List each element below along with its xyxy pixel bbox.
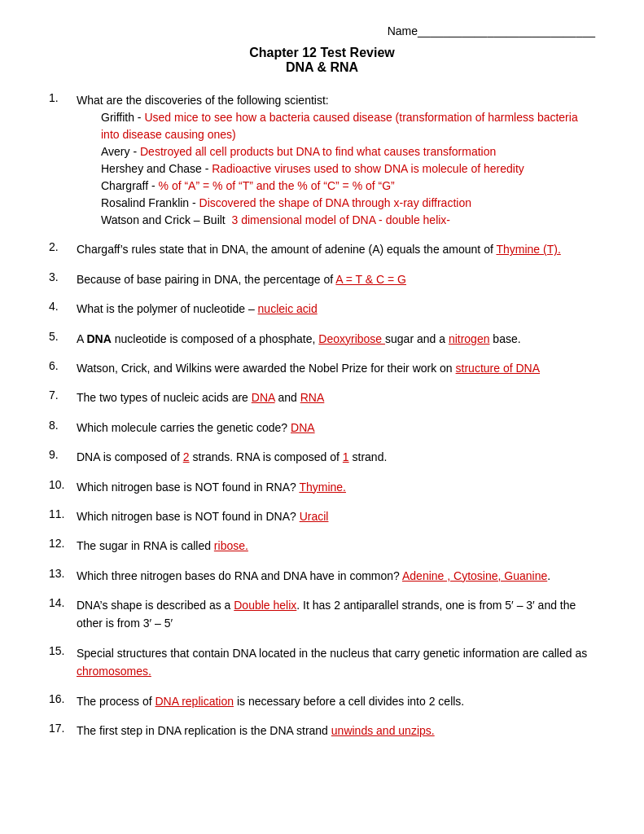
- q3-answer: A = T & C = G: [335, 273, 406, 286]
- q2-answer: Thymine (T).: [496, 243, 560, 256]
- q9-text-b: strands. RNA is composed of: [190, 450, 343, 463]
- q6-text: Watson, Crick, and Wilkins were awarded …: [77, 362, 456, 375]
- q1-hershey-answer: Radioactive viruses used to show DNA is …: [212, 162, 524, 175]
- q10-content: Which nitrogen base is NOT found in RNA?…: [77, 478, 595, 496]
- question-6: 6. Watson, Crick, and Wilkins were award…: [49, 359, 595, 377]
- q16-content: The process of DNA replication is necess…: [77, 692, 595, 710]
- question-17: 17. The first step in DNA replication is…: [49, 722, 595, 740]
- q13-num: 13.: [49, 567, 72, 580]
- q1-franklin: Rosalind Franklin - Discovered the shape…: [77, 195, 595, 212]
- q16-text-b: is necessary before a cell divides into …: [234, 695, 464, 708]
- question-7: 7. The two types of nucleic acids are DN…: [49, 388, 595, 406]
- q1-hershey: Hershey and Chase - Radioactive viruses …: [77, 160, 595, 178]
- name-label: Name: [388, 24, 418, 37]
- q7-answer1: DNA: [252, 391, 275, 404]
- q1-griffith-answer: Used mice to see how a bacteria caused d…: [101, 111, 578, 141]
- q15-text: Special structures that contain DNA loca…: [77, 647, 587, 660]
- q8-num: 8.: [49, 419, 72, 432]
- title-block: Chapter 12 Test Review DNA & RNA: [49, 46, 595, 75]
- q11-content: Which nitrogen base is NOT found in DNA?…: [77, 507, 595, 525]
- q2-num: 2.: [49, 240, 72, 253]
- q12-text: The sugar in RNA is called: [77, 539, 214, 552]
- q4-answer: nucleic acid: [258, 302, 318, 315]
- q1-chargraff: Chargraff - % of “A” = % of “T” and the …: [77, 178, 595, 195]
- q3-content: Because of base pairing in DNA, the perc…: [77, 270, 595, 288]
- q1-watson: Watson and Crick – Built 3 dimensional m…: [77, 212, 595, 229]
- q13-content: Which three nitrogen bases do RNA and DN…: [77, 567, 595, 585]
- q5-answer2: nitrogen: [449, 332, 490, 345]
- question-2: 2. Chargaff’s rules state that in DNA, t…: [49, 240, 595, 258]
- q13-answer: Adenine , Cytosine, Guanine: [402, 569, 547, 582]
- q6-num: 6.: [49, 359, 72, 372]
- q10-num: 10.: [49, 478, 72, 491]
- q12-answer: ribose.: [214, 539, 248, 552]
- question-10: 10. Which nitrogen base is NOT found in …: [49, 478, 595, 496]
- q11-text: Which nitrogen base is NOT found in DNA?: [77, 510, 300, 523]
- question-16: 16. The process of DNA replication is ne…: [49, 692, 595, 710]
- question-4: 4. What is the polymer of nucleotide – n…: [49, 300, 595, 318]
- q17-num: 17.: [49, 722, 72, 735]
- question-14: 14. DNA’s shape is described as a Double…: [49, 596, 595, 633]
- q14-content: DNA’s shape is described as a Double hel…: [77, 596, 595, 633]
- q10-text: Which nitrogen base is NOT found in RNA?: [77, 481, 299, 494]
- q1-avery-answer: Destroyed all cell products but DNA to f…: [140, 145, 496, 158]
- q16-text-a: The process of: [77, 695, 156, 708]
- q9-text-a: DNA is composed of: [77, 450, 183, 463]
- q1-text: What are the discoveries of the followin…: [77, 94, 329, 107]
- q7-and: and: [275, 391, 300, 404]
- q9-content: DNA is composed of 2 strands. RNA is com…: [77, 448, 595, 466]
- q13-text: Which three nitrogen bases do RNA and DN…: [77, 569, 402, 582]
- question-13: 13. Which three nitrogen bases do RNA an…: [49, 567, 595, 585]
- q17-text: The first step in DNA replication is the…: [77, 724, 331, 737]
- q1-num: 1.: [49, 91, 72, 104]
- question-3: 3. Because of base pairing in DNA, the p…: [49, 270, 595, 288]
- q14-answer1: Double helix: [234, 599, 296, 612]
- q5-text-c: base.: [489, 332, 520, 345]
- question-15: 15. Special structures that contain DNA …: [49, 644, 595, 681]
- q15-num: 15.: [49, 644, 72, 657]
- q11-answer: Uracil: [300, 510, 329, 523]
- chapter-title: Chapter 12 Test Review: [49, 46, 595, 60]
- subtitle: DNA & RNA: [49, 60, 595, 75]
- q2-text: Chargaff’s rules state that in DNA, the …: [77, 243, 496, 256]
- q17-content: The first step in DNA replication is the…: [77, 722, 595, 740]
- q9-answer1: 2: [183, 450, 190, 463]
- questions-container: 1. What are the discoveries of the follo…: [49, 91, 595, 740]
- q5-dna-bold: DNA: [86, 332, 111, 345]
- q9-answer2: 1: [343, 450, 349, 463]
- q7-num: 7.: [49, 388, 72, 402]
- question-11: 11. Which nitrogen base is NOT found in …: [49, 507, 595, 525]
- q14-text-a: DNA’s shape is described as a: [77, 599, 234, 612]
- q9-text-c: strand.: [349, 450, 388, 463]
- q1-avery: Avery - Destroyed all cell products but …: [77, 143, 595, 160]
- q10-answer: Thymine.: [299, 481, 346, 494]
- q13-period: .: [547, 569, 550, 582]
- q4-content: What is the polymer of nucleotide – nucl…: [77, 300, 595, 318]
- q14-num: 14.: [49, 596, 72, 609]
- q5-answer1: Deoxyribose: [318, 332, 385, 345]
- name-underline: ____________________________: [418, 24, 595, 37]
- q16-answer: DNA replication: [156, 695, 234, 708]
- question-1: 1. What are the discoveries of the follo…: [49, 91, 595, 229]
- q7-content: The two types of nucleic acids are DNA a…: [77, 388, 595, 406]
- q15-content: Special structures that contain DNA loca…: [77, 644, 595, 681]
- q5-text-b: sugar and a: [385, 332, 449, 345]
- q12-content: The sugar in RNA is called ribose.: [77, 537, 595, 555]
- q2-content: Chargaff’s rules state that in DNA, the …: [77, 240, 595, 258]
- q4-num: 4.: [49, 300, 72, 313]
- q6-answer: structure of DNA: [456, 362, 540, 375]
- q5-text-a: A DNA nucleotide is composed of a phosph…: [77, 332, 318, 345]
- q5-num: 5.: [49, 330, 72, 343]
- question-5: 5. A DNA nucleotide is composed of a pho…: [49, 330, 595, 348]
- q3-text: Because of base pairing in DNA, the perc…: [77, 273, 335, 286]
- q1-chargraff-answer: % of “A” = % of “T” and the % of “C” = %…: [159, 179, 395, 192]
- q5-content: A DNA nucleotide is composed of a phosph…: [77, 330, 595, 348]
- q1-griffith: Griffith - Used mice to see how a bacter…: [77, 109, 595, 143]
- q7-text: The two types of nucleic acids are: [77, 391, 252, 404]
- q1-franklin-answer: Discovered the shape of DNA through x-ra…: [199, 196, 471, 209]
- q12-num: 12.: [49, 537, 72, 550]
- q1-watson-answer: 3 dimensional model of DNA - double heli…: [232, 213, 450, 226]
- question-12: 12. The sugar in RNA is called ribose.: [49, 537, 595, 555]
- question-9: 9. DNA is composed of 2 strands. RNA is …: [49, 448, 595, 466]
- q4-text: What is the polymer of nucleotide –: [77, 302, 258, 315]
